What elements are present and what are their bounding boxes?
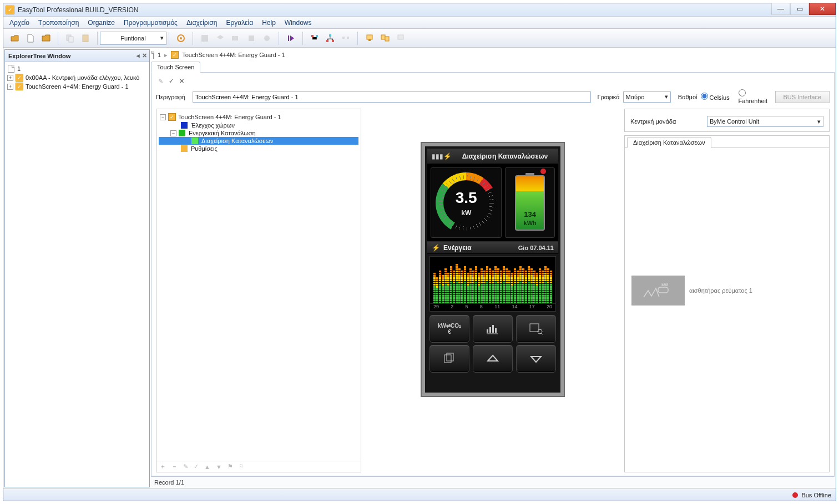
crumb-leaf[interactable]: TouchScreen 4+4M: Energy Guard - 1 [182,52,285,58]
bt-edit-icon[interactable]: ✎ [183,463,188,470]
menu-file[interactable]: Αρχείο [6,18,33,28]
tb-target-icon[interactable] [174,31,188,45]
device-btn-pages[interactable] [429,345,469,373]
tb-open-icon[interactable] [8,31,22,45]
svg-rect-14 [332,40,334,42]
chevron-down-icon: ▾ [665,93,668,100]
bt-add-icon[interactable]: ＋ [160,462,166,471]
bus-interface-button[interactable]: BUS Interface [775,91,830,103]
tb-dev2-icon[interactable] [378,31,392,45]
lt-n2a[interactable]: Διαχείριση Καταναλώσεων [201,138,274,144]
menu-help[interactable]: Help [258,18,280,28]
crumb-root[interactable]: 1 [158,52,161,58]
bt-down-icon[interactable]: ▼ [216,464,222,470]
minimize-button[interactable]: — [771,3,790,15]
tree-expand-icon[interactable]: + [7,75,13,81]
category-icon [181,145,188,152]
bt-up-icon[interactable]: ▲ [204,464,210,470]
explorer-resize-icon[interactable]: ◂ [137,52,140,59]
energy-label: Ενέργεια [443,244,472,252]
radio-celsius[interactable]: Celsius [701,93,734,101]
device-btn-up[interactable] [473,345,513,373]
bt-misc1-icon[interactable]: ⚑ [228,463,233,470]
tree-expand-icon[interactable]: + [7,84,13,90]
lt-n1[interactable]: Έλεγχος χώρων [191,122,235,129]
svg-rect-10 [311,35,314,37]
tree-collapse-icon[interactable]: − [170,130,176,136]
maximize-button[interactable]: ▭ [790,3,809,15]
explorer-title: ExplorerTree Window [8,53,70,59]
mt-accept-icon[interactable]: ✓ [169,78,174,85]
unit-label: Κεντρική μονάδα [630,118,702,125]
menu-organize[interactable]: Organize [84,18,119,28]
category-icon [179,130,185,136]
menu-manage[interactable]: Διαχείριση [183,18,221,28]
close-button[interactable]: ✕ [809,3,836,15]
menu-windows[interactable]: Windows [281,18,316,28]
chart-icon: ▮▮▮⚡ [432,152,452,160]
tb-g2-icon[interactable] [213,31,228,45]
module-icon: ✓ [16,74,23,82]
svg-rect-32 [658,287,668,293]
svg-rect-21 [398,35,403,39]
tb-net3-icon[interactable] [338,31,353,45]
tb-dev3-icon[interactable] [393,31,408,45]
mt-cancel-icon[interactable]: ✕ [179,78,184,85]
mt-pointer-icon[interactable]: ✎ [158,78,163,85]
tab-touchscreen[interactable]: Touch Screen [151,62,200,73]
gfx-combo[interactable]: Μαύρο ▾ [623,91,671,103]
device-btn-down[interactable] [516,345,556,373]
unit-combo-value: ByMe Control Unit [710,118,759,125]
svg-rect-26 [530,324,539,332]
radio-fahrenheit[interactable]: Fahrenheit [739,89,772,104]
sensor-thumb[interactable]: kW [631,276,685,306]
tb-g4-icon[interactable] [244,31,259,45]
lt-n2[interactable]: Ενεργειακή Κατανάλωση [189,130,256,136]
tb-copy-icon[interactable] [63,31,77,45]
tb-view-combo[interactable]: Funtional ▾ [100,32,166,45]
energy-date: Gio 07.04.11 [518,245,554,251]
tree-item-1[interactable]: 0x00AA - Κεντρική μονάδα ελέγχου, λευκό [26,74,139,81]
device-btn-stats[interactable] [473,315,513,343]
lt-n3[interactable]: Ρυθμίσεις [191,145,218,152]
explorer-close-icon[interactable]: ✕ [142,52,147,59]
tb-dev1-icon[interactable] [362,31,377,45]
menu-edit[interactable]: Τροποποίηση [34,18,83,28]
record-status: Record 1/1 [154,479,184,486]
deg-label: Βαθμοί [674,94,698,100]
lt-root[interactable]: TouchScreen 4+4M: Energy Guard - 1 [178,114,281,120]
tree-root[interactable]: 1 [17,65,21,72]
device-btn-detail[interactable] [516,315,556,343]
svg-rect-15 [342,37,345,39]
tb-g3-icon[interactable] [229,31,243,45]
unit-combo[interactable]: ByMe Control Unit ▾ [707,116,823,127]
menu-tools[interactable]: Εργαλεία [222,18,257,28]
tab-consumption[interactable]: Διαχείριση Καταναλώσεων [627,137,711,148]
bt-remove-icon[interactable]: － [171,462,178,471]
tb-g5-icon[interactable] [260,31,274,45]
tree-item-2[interactable]: TouchScreen 4+4M: Energy Guard - 1 [26,83,129,90]
tb-net2-icon[interactable] [323,31,337,45]
svg-rect-17 [367,35,372,39]
svg-rect-11 [316,35,318,37]
tb-net1-icon[interactable] [307,31,322,45]
device-preview: ▮▮▮⚡ Διαχείριση Καταναλώσεων 3.5 [421,142,565,397]
explorer-panel: ExplorerTree Window ◂ ✕ 1 + ✓ 0x00AA - Κ… [4,49,150,487]
tb-paste-icon[interactable] [78,31,93,45]
tb-folder-icon[interactable] [39,31,53,45]
tb-new-icon[interactable] [23,31,38,45]
tb-play-icon[interactable] [284,31,298,45]
desc-label: Περιγραφή [156,94,189,100]
bolt-icon: ⚡ [432,244,440,252]
tb-g1-icon[interactable] [198,31,212,45]
device-btn-units[interactable]: kW⇄CO₂€ [429,315,469,343]
category-icon [191,138,198,144]
bt-accept-icon[interactable]: ✓ [194,463,199,470]
desc-input[interactable] [193,91,591,103]
bt-misc2-icon[interactable]: ⚐ [239,463,244,470]
svg-rect-2 [83,35,88,42]
menu-program[interactable]: Προγραμματισμός [120,18,181,28]
file-icon [8,65,14,73]
tree-collapse-icon[interactable]: − [160,114,166,120]
svg-rect-8 [249,35,254,41]
